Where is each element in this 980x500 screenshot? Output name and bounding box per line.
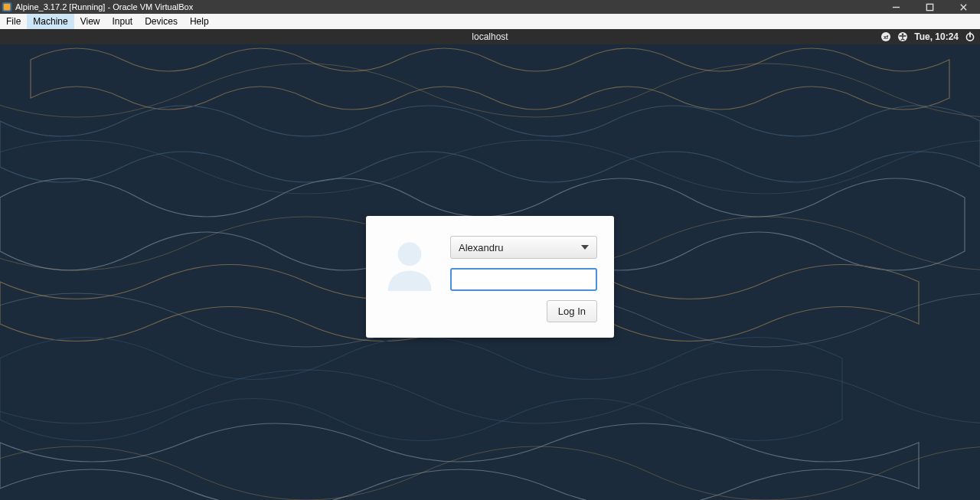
power-icon[interactable] xyxy=(965,31,975,42)
menu-machine[interactable]: Machine xyxy=(27,14,74,29)
menu-view[interactable]: View xyxy=(74,14,106,29)
virtualbox-title: Alpine_3.17.2 [Running] - Oracle VM Virt… xyxy=(15,2,193,11)
user-selected-label: Alexandru xyxy=(459,242,504,253)
chevron-down-icon xyxy=(581,245,589,250)
svg-text:xf: xf xyxy=(884,34,889,40)
guest-top-panel: localhost xf Tue, 10:24 xyxy=(0,29,980,44)
login-form: Alexandru Log In xyxy=(450,236,597,322)
hostname-label: localhost xyxy=(472,31,508,42)
xfce-indicator-icon[interactable]: xf xyxy=(880,31,891,42)
avatar-icon xyxy=(383,237,436,291)
menu-help[interactable]: Help xyxy=(184,14,215,29)
accessibility-icon[interactable] xyxy=(897,31,908,42)
menu-input[interactable]: Input xyxy=(106,14,139,29)
svg-point-10 xyxy=(902,34,904,36)
window-controls xyxy=(879,0,980,14)
maximize-icon xyxy=(926,3,934,11)
virtualbox-icon xyxy=(2,2,12,12)
svg-rect-3 xyxy=(926,4,933,10)
guest-screen: localhost xf Tue, 10:24 Alexandru xyxy=(0,29,980,500)
virtualbox-menubar: File Machine View Input Devices Help xyxy=(0,14,980,29)
close-icon xyxy=(959,3,968,11)
menu-devices[interactable]: Devices xyxy=(139,14,184,29)
panel-clock[interactable]: Tue, 10:24 xyxy=(914,31,959,42)
svg-point-13 xyxy=(398,243,422,266)
menu-file[interactable]: File xyxy=(0,14,27,29)
login-dialog: Alexandru Log In xyxy=(366,216,614,338)
close-button[interactable] xyxy=(946,0,980,14)
minimize-icon xyxy=(892,3,900,11)
minimize-button[interactable] xyxy=(879,0,913,14)
virtualbox-titlebar: Alpine_3.17.2 [Running] - Oracle VM Virt… xyxy=(0,0,980,14)
user-select[interactable]: Alexandru xyxy=(450,236,597,259)
maximize-button[interactable] xyxy=(913,0,946,14)
password-input[interactable] xyxy=(450,268,597,291)
login-button[interactable]: Log In xyxy=(547,300,597,322)
svg-rect-1 xyxy=(4,4,11,11)
